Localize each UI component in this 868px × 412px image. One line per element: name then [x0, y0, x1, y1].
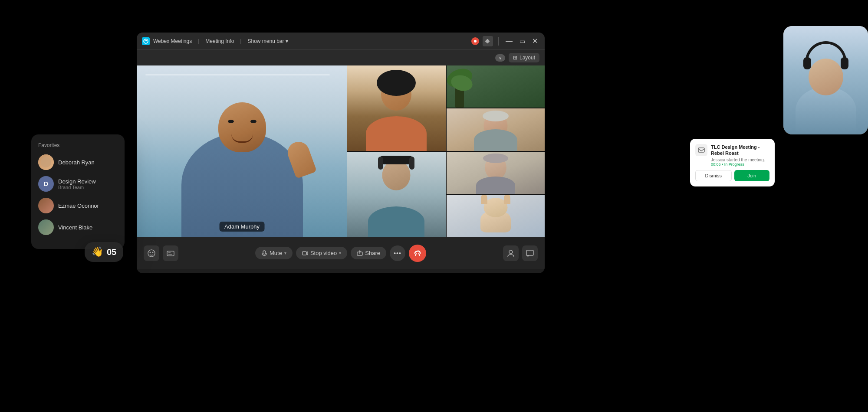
video-area: Adam Murphy: [137, 65, 545, 237]
svg-rect-9: [263, 251, 266, 254]
close-button[interactable]: ✕: [530, 37, 539, 45]
svg-point-1: [474, 40, 477, 43]
favorite-name-design: Design Review: [58, 178, 96, 185]
main-speaker-video: Adam Murphy: [137, 65, 347, 237]
collapse-button[interactable]: ∨: [495, 54, 505, 62]
eye-left: [228, 120, 234, 123]
divider: [498, 37, 499, 46]
stop-video-button[interactable]: Stop video ▾: [296, 247, 347, 259]
share-button[interactable]: Share: [351, 247, 386, 259]
favorite-item-design[interactable]: D Design Review Brand Team: [38, 176, 118, 192]
favorite-info-design: Design Review Brand Team: [58, 178, 96, 190]
favorite-name-deborah: Deborah Ryan: [58, 159, 95, 166]
svg-point-3: [148, 250, 155, 257]
smile: [231, 134, 253, 143]
title-bar-left: Webex Meetings | Meeting Info | Show men…: [142, 37, 471, 45]
svg-line-14: [415, 254, 416, 255]
favorite-info-vincent: Vincent Blake: [58, 224, 92, 231]
favorite-name-vincent: Vincent Blake: [58, 224, 92, 231]
avatar-ezmae: [38, 198, 54, 213]
favorite-item-deborah[interactable]: Deborah Ryan: [38, 154, 118, 170]
right-person-inner: [783, 26, 868, 134]
settings-icon[interactable]: [483, 36, 493, 46]
record-icon[interactable]: [471, 37, 479, 45]
favorite-subtitle-design: Brand Team: [58, 185, 96, 190]
favorite-name-ezmae: Ezmae Oconnor: [58, 203, 99, 209]
notification-status: 00:06 • In Progress: [711, 162, 769, 167]
svg-rect-17: [526, 250, 533, 255]
svg-point-16: [509, 250, 513, 254]
title-divider: |: [198, 38, 199, 44]
chat-button[interactable]: [522, 245, 538, 261]
mute-button[interactable]: Mute ▾: [255, 247, 293, 259]
title-bar-right: — ▭ ✕: [471, 36, 539, 46]
favorite-info-ezmae: Ezmae Oconnor: [58, 203, 99, 209]
webex-logo-icon: [142, 37, 150, 45]
svg-rect-6: [167, 251, 174, 256]
layout-icon: ⊞: [513, 55, 517, 61]
more-options-button[interactable]: •••: [390, 245, 405, 261]
video-cell-1: [347, 65, 446, 151]
svg-rect-11: [302, 252, 306, 255]
meeting-info-button[interactable]: Meeting Info: [205, 38, 234, 44]
favorite-info-deborah: Deborah Ryan: [58, 159, 95, 166]
avatar-deborah: [38, 154, 54, 170]
app-title: Webex Meetings: [153, 38, 192, 44]
wave-emoji-icon: 👋: [92, 246, 103, 258]
eye-right: [250, 120, 256, 123]
right-person-photo: [783, 26, 868, 134]
participants-button[interactable]: [503, 245, 519, 261]
video-cell-3: [447, 108, 545, 150]
wave-badge: 👋 05: [85, 242, 123, 262]
speaker-name-tag: Adam Murphy: [219, 222, 265, 232]
video-cell-2: [447, 65, 545, 108]
favorite-item-vincent[interactable]: Vincent Blake: [38, 219, 118, 235]
mute-chevron-icon: ▾: [284, 251, 286, 255]
controls-bar: Mute ▾ Stop video ▾ Share •••: [137, 237, 545, 269]
notification-content: TLC Design Meeting - Rebel Roast Jessica…: [711, 144, 769, 167]
svg-point-5: [152, 252, 154, 253]
favorites-title: Favorites: [38, 142, 118, 148]
layout-button[interactable]: ⊞ Layout: [509, 53, 539, 62]
person-head: [218, 102, 266, 152]
controls-center: Mute ▾ Stop video ▾ Share •••: [255, 245, 426, 262]
svg-rect-18: [698, 148, 704, 152]
wave-count: 05: [107, 247, 116, 257]
controls-left: [144, 245, 178, 261]
meeting-window: Webex Meetings | Meeting Info | Show men…: [137, 33, 545, 273]
toolbar-strip: ∨ ⊞ Layout: [137, 50, 545, 65]
avatar-design: D: [38, 176, 54, 192]
video-cell-4: [347, 152, 446, 237]
notification-icon: [695, 144, 707, 156]
notification-card: TLC Design Meeting - Rebel Roast Jessica…: [690, 139, 775, 186]
join-button[interactable]: Join: [734, 170, 770, 181]
participant-grid: [347, 65, 545, 237]
title-divider-2: |: [240, 38, 241, 44]
bg-shelf: [145, 74, 330, 75]
chevron-down-icon: ▾: [286, 38, 288, 44]
video-cell-6: [447, 195, 545, 237]
avatar-vincent: [38, 219, 54, 235]
notification-actions: Dismiss Join: [695, 170, 769, 181]
minimize-button[interactable]: —: [504, 37, 514, 45]
dismiss-button[interactable]: Dismiss: [695, 170, 732, 181]
emoji-button[interactable]: [144, 245, 159, 261]
video-chevron-icon: ▾: [339, 251, 341, 255]
end-call-button[interactable]: [409, 245, 426, 262]
speaker-name: Adam Murphy: [224, 223, 260, 230]
svg-point-4: [150, 252, 151, 253]
notification-title: TLC Design Meeting - Rebel Roast: [711, 144, 769, 157]
maximize-button[interactable]: ▭: [518, 38, 527, 45]
caption-button[interactable]: [163, 245, 178, 261]
controls-right: [503, 245, 538, 261]
show-menu-bar-button[interactable]: Show menu bar ▾: [247, 38, 288, 44]
notification-description: Jessica started the meeting.: [711, 157, 769, 162]
title-bar: Webex Meetings | Meeting Info | Show men…: [137, 33, 545, 50]
video-cell-5: [447, 152, 545, 194]
favorite-item-ezmae[interactable]: Ezmae Oconnor: [38, 198, 118, 213]
svg-line-15: [419, 254, 420, 255]
notification-header: TLC Design Meeting - Rebel Roast Jessica…: [695, 144, 769, 167]
favorites-panel: Favorites Deborah Ryan D Design Review B…: [31, 134, 125, 249]
